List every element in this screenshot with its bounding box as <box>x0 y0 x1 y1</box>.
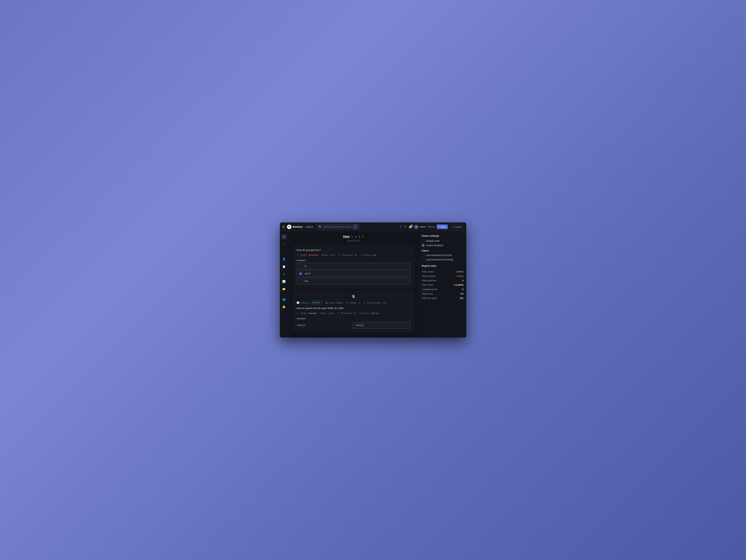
sidebar-item-upload[interactable]: ↑ <box>281 249 287 255</box>
last-incorrect-row: Last Answered Incorrectly <box>422 258 464 261</box>
stat-row-1: Total Incorrect: 1 (20%) <box>422 274 464 278</box>
menu-icon[interactable]: ☰ <box>282 225 285 229</box>
logo-area: R Reinforz <box>287 225 303 229</box>
answer-text-1-2: :quit <box>304 272 311 275</box>
stat-row-4: Available points: 5 <box>422 287 464 291</box>
stat-label-3: Total Points: <box>422 284 434 286</box>
last-correct-label: Last Answered Correctly <box>426 254 452 256</box>
sidebar-divider <box>281 294 286 294</box>
question-text-1: How do you quit vim? <box>297 249 410 251</box>
search-icon: 🔍 <box>319 225 321 228</box>
weight-value: 1 <box>358 302 360 304</box>
weight-label: Weight: <box>350 302 357 304</box>
verdict-row-2: ⚠ Verdict: Correct · Points: 1.15/1 · ⏱ … <box>297 312 410 314</box>
answers-label-1: Answers <box>297 259 410 261</box>
help-icon[interactable]: ? <box>400 225 402 228</box>
disable-timer-label: Disable timer <box>426 240 440 242</box>
quiz-button[interactable]: + Quiz <box>437 224 448 229</box>
bonus-value-1: 0 xp <box>372 254 376 256</box>
stat-value-1: 1 (20%) <box>456 275 464 277</box>
notifications[interactable]: 🔔 3 <box>409 225 412 228</box>
stat-row-2: Total questions: 5 <box>422 278 464 283</box>
stat-value-2: 5 <box>462 279 463 282</box>
search-input[interactable] <box>323 225 351 228</box>
sidebar-item-book[interactable]: 📋 <box>281 263 287 270</box>
time-alloc-label: Time allocated: <box>367 302 381 304</box>
answers-label-2: Answers <box>297 317 410 320</box>
stat-label-1: Total Incorrect: <box>422 275 436 277</box>
last-correct-checkbox[interactable] <box>422 254 425 256</box>
verdict-icon-1: ⚠ <box>297 254 299 256</box>
refresh-icon[interactable]: ↻ <box>351 235 353 239</box>
sidebar-item-home[interactable]: ⊞ <box>281 234 287 240</box>
quiz-title-icons: ↻ ⬇ ⬆ ✏ <box>351 235 364 239</box>
sidebar-item-bell[interactable]: 🔔 <box>281 304 287 310</box>
points-value-1: -0.5/1 <box>329 254 335 256</box>
answer-checkbox-1-3[interactable] <box>299 280 302 282</box>
share-icon[interactable]: ⬆ <box>358 235 361 239</box>
edit-icon[interactable]: ✏ <box>362 235 364 239</box>
question-card-2: 5 📊 Difficulty: Beginner · ▦ Type: Snipp… <box>293 291 414 332</box>
stat-value-4: 5 <box>462 288 463 290</box>
points-label-1: Points: <box>321 254 328 256</box>
instant-feedback-checkbox[interactable] <box>422 244 425 247</box>
time-value-2: 9s <box>354 312 356 314</box>
answer-checkbox-1-1[interactable] <box>299 265 302 268</box>
notif-count: 3 <box>410 224 413 227</box>
time-label-1: Time taken: <box>342 254 353 256</box>
points-label-2: Points: <box>320 312 327 314</box>
verdict-value-1: Incorrect <box>309 254 318 256</box>
difficulty-value: Beginner <box>311 301 322 304</box>
disable-timer-checkbox[interactable] <box>422 240 425 242</box>
time-label-2: Time taken: <box>341 312 352 314</box>
bonus-icon-2: ⊙ <box>360 312 361 314</box>
stat-row-0: Total correct: 4 (80%) <box>422 270 464 274</box>
difficulty-label: Difficulty: <box>301 302 310 304</box>
question-text-2: How to search for the word 'hello' in a … <box>297 307 410 310</box>
verdict-label-2: Verdict: <box>300 312 307 314</box>
theme-icon[interactable]: ☀ <box>404 225 406 228</box>
search-bar: 🔍 Ctrl + P <box>317 224 360 230</box>
report-stats: Report stats Total correct: 4 (80%) Tota… <box>422 264 464 301</box>
sidebar-item-add[interactable]: ＋ <box>281 241 287 247</box>
stat-value-3: 4.4 (88%) <box>454 284 463 286</box>
topbar-icons: ? ☀ 🔔 3 <box>400 225 412 228</box>
difficulty-icon: 📊 <box>297 302 299 304</box>
last-incorrect-checkbox[interactable] <box>422 258 425 261</box>
sidebar-item-chart[interactable]: 📊 <box>281 278 287 284</box>
sidebar-item-folder[interactable]: 📁 <box>281 286 287 292</box>
sidebar-item-user[interactable]: 👤 <box>281 256 287 262</box>
quiz-title: Vim <box>343 235 350 239</box>
verdict-label: Verdict: <box>300 254 307 256</box>
verdict-icon-2: ⚠ <box>297 312 299 314</box>
sidebar-item-team[interactable]: 👥 <box>281 296 287 302</box>
logout-button[interactable]: ↪ Logout <box>450 224 464 229</box>
verdict-value-2: Correct <box>309 312 316 314</box>
user-area: 🏄 refatul · 959 xp <box>414 225 434 229</box>
main-content: Vim ↻ ⬇ ⬆ ✏ April 9, 2023 How do you qui… <box>288 231 419 338</box>
answer-checkbox-1-2[interactable] <box>299 272 302 275</box>
question-card-1: How do you quit vim? ⚠ Verdict: Incorrec… <box>293 245 414 288</box>
bonus-label-2: Bonus: <box>363 312 369 314</box>
answer-row-1-3: :wq <box>297 278 410 284</box>
explore-link[interactable]: Explore <box>306 225 314 228</box>
sidebar: ⊞ ＋ ↑ 👤 📋 ⚙ 📊 📁 👥 🔔 <box>280 231 288 338</box>
app-window: ☰ R Reinforz Explore 🔍 Ctrl + P ? ☀ 🔔 3 … <box>280 222 466 338</box>
topbar: ☰ R Reinforz Explore 🔍 Ctrl + P ? ☀ 🔔 3 … <box>280 222 466 231</box>
weight-icon: ⚖ <box>346 302 348 304</box>
stat-row-3: Total Points: 4.4 (88%) <box>422 283 464 287</box>
stat-label-4: Available points: <box>422 288 438 290</box>
last-incorrect-label: Last Answered Incorrectly <box>426 258 453 261</box>
meta-row-2: 📊 Difficulty: Beginner · ▦ Type: Snippet… <box>297 301 410 304</box>
sidebar-item-settings[interactable]: ⚙ <box>281 271 287 277</box>
answers-compare: /hello /hello <box>297 322 410 329</box>
stat-row-5: Total bonus: 0.9 <box>422 291 464 296</box>
bonus-value-2: 0.15 xp <box>371 312 378 314</box>
app-body: ⊞ ＋ ↑ 👤 📋 ⚙ 📊 📁 👥 🔔 Vim ↻ ⬇ ⬆ ✏ <box>280 231 466 338</box>
game-settings-title: Game settings <box>422 234 464 237</box>
download-icon[interactable]: ⬇ <box>355 235 357 239</box>
answer-text-1-1: :q <box>304 265 307 268</box>
type-label: Type: <box>329 302 334 304</box>
time-icon-1: ⏱ <box>339 254 341 256</box>
time-icon-2: ⏱ <box>337 312 340 314</box>
